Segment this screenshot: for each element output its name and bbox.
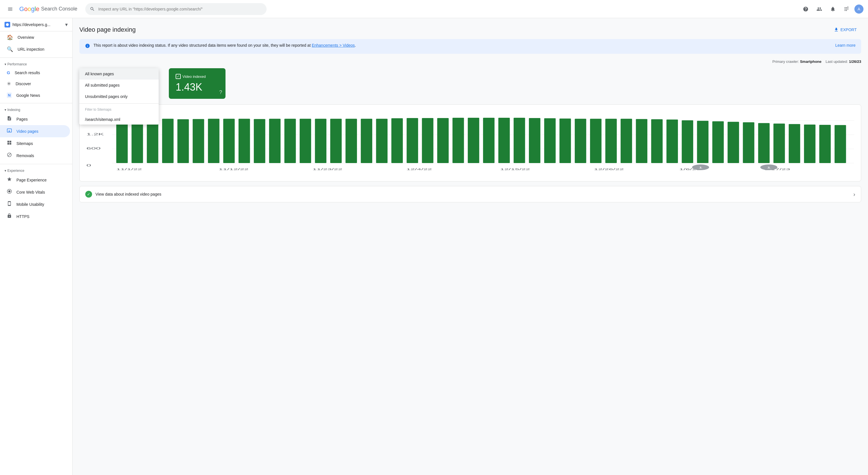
sitemaps-icon	[7, 140, 12, 147]
mobile-icon	[7, 201, 12, 207]
svg-rect-35	[498, 118, 509, 163]
chart-area: 1.8K 1.2K 600 0 11/1/22 11/12/22 11/23/2…	[86, 118, 854, 174]
help-icon[interactable]: ?	[219, 90, 222, 95]
svg-rect-32	[453, 118, 464, 163]
svg-rect-42	[606, 119, 617, 163]
svg-rect-29	[406, 118, 418, 163]
chevron-down-icon: ▾	[4, 169, 6, 173]
enhancements-link[interactable]: Enhancements > Videos	[312, 43, 355, 47]
sidebar-item-label: URL inspection	[18, 47, 44, 52]
dropdown-option-all-submitted[interactable]: All submitted pages	[79, 79, 159, 91]
svg-rect-24	[330, 119, 342, 163]
svg-rect-52	[758, 123, 769, 163]
sidebar-item-sitemaps[interactable]: Sitemaps	[0, 137, 70, 149]
help-button[interactable]	[800, 3, 811, 15]
sidebar-item-overview[interactable]: 🏠 Overview	[0, 31, 70, 43]
apps-button[interactable]	[841, 3, 852, 15]
svg-rect-37	[529, 118, 540, 163]
divider	[0, 58, 72, 58]
sidebar-item-label: Removals	[17, 154, 34, 158]
sidebar-item-google-news[interactable]: N Google News	[0, 90, 70, 101]
avatar[interactable]: A	[855, 4, 864, 13]
svg-rect-41	[590, 119, 601, 163]
learn-more-link[interactable]: Learn more	[835, 43, 856, 47]
svg-rect-46	[666, 120, 678, 163]
share-button[interactable]	[814, 3, 825, 15]
search-icon	[90, 6, 95, 11]
sidebar-item-url-inspection[interactable]: 🔍 URL inspection	[0, 43, 70, 55]
view-data-card[interactable]: ✓ View data about indexed video pages ›	[79, 186, 861, 202]
dropdown-option-unsubmitted[interactable]: Unsubmitted pages only	[79, 91, 159, 102]
chevron-down-icon: ▾	[4, 62, 6, 66]
metric-label: ✓ Video indexed	[176, 74, 219, 79]
checkmark-icon: ✓	[176, 74, 181, 79]
svg-rect-20	[269, 119, 280, 163]
sidebar-item-label: Mobile Usability	[17, 202, 44, 207]
svg-text:11/23/22: 11/23/22	[312, 168, 342, 171]
discover-icon: ✳	[7, 81, 11, 87]
svg-rect-40	[575, 119, 586, 163]
section-performance: ▾ Performance	[0, 60, 72, 67]
svg-rect-18	[239, 119, 250, 163]
svg-rect-27	[376, 119, 388, 163]
dropdown-sitemap-option[interactable]: /search/sitemap.xml	[79, 114, 159, 125]
sidebar-item-label: Search results	[15, 70, 40, 75]
svg-text:1.2K: 1.2K	[86, 133, 104, 136]
sidebar-item-page-experience[interactable]: Page Experience	[0, 174, 70, 186]
notifications-button[interactable]	[827, 3, 839, 15]
sidebar-item-removals[interactable]: Removals	[0, 149, 70, 162]
section-experience: ▾ Experience	[0, 166, 72, 174]
sidebar: https://developers.g... ▾ 🏠 Overview 🔍 U…	[0, 18, 72, 209]
svg-rect-12	[147, 119, 158, 163]
sidebar-item-search-results[interactable]: G Search results	[0, 67, 70, 78]
svg-rect-43	[621, 119, 632, 163]
header-actions: A	[800, 3, 864, 15]
svg-rect-38	[544, 118, 556, 163]
filter-section-label: Filter to Sitemaps	[79, 105, 159, 114]
sidebar-item-video-pages[interactable]: Video pages	[0, 125, 70, 137]
sidebar-item-core-web-vitals[interactable]: Core Web Vitals	[0, 186, 70, 198]
google-logo: Google Search Console	[19, 5, 78, 13]
sidebar-item-label: Video pages	[17, 129, 38, 134]
site-selector[interactable]: https://developers.g... ▾	[0, 18, 72, 31]
view-data-label: View data about indexed video pages	[95, 192, 850, 197]
divider	[0, 103, 72, 103]
news-icon: N	[7, 93, 11, 98]
search-input[interactable]	[98, 7, 262, 11]
pages-icon	[7, 116, 12, 122]
chart-container: Video pages 1.8K 1.2K 600 0	[79, 104, 861, 181]
app-name: Search Console	[41, 6, 78, 12]
sidebar-item-label: Core Web Vitals	[17, 190, 45, 195]
svg-rect-53	[773, 124, 785, 163]
chevron-right-icon: ›	[853, 191, 855, 198]
search-icon: 🔍	[7, 46, 13, 53]
header: Google Search Console	[0, 0, 868, 18]
sidebar-item-mobile-usability[interactable]: Mobile Usability	[0, 198, 70, 209]
dropdown-option-all-known[interactable]: All known pages	[79, 68, 159, 79]
svg-text:12/15/22: 12/15/22	[500, 168, 530, 171]
sidebar-item-pages[interactable]: Pages	[0, 113, 70, 125]
chevron-down-icon: ▾	[65, 22, 68, 28]
download-icon	[834, 27, 839, 32]
filter-dropdown: All known pages All submitted pages Unsu…	[79, 68, 159, 125]
svg-rect-56	[819, 125, 831, 163]
metrics-row: All known pages All submitted pages Unsu…	[79, 68, 861, 99]
svg-rect-33	[468, 118, 479, 163]
svg-rect-50	[727, 122, 739, 163]
svg-rect-21	[284, 119, 296, 163]
svg-rect-45	[651, 119, 662, 163]
svg-text:12/4/22: 12/4/22	[406, 168, 432, 171]
export-button[interactable]: EXPORT	[829, 25, 861, 35]
svg-rect-13	[162, 119, 174, 163]
sidebar-item-discover[interactable]: ✳ Discover	[0, 78, 70, 90]
svg-rect-26	[361, 119, 372, 163]
main-content: Video page indexing EXPORT This report i…	[72, 18, 868, 209]
divider	[0, 164, 72, 164]
svg-text:1: 1	[698, 166, 703, 169]
layout: https://developers.g... ▾ 🏠 Overview 🔍 U…	[0, 18, 868, 209]
divider	[79, 103, 159, 104]
video-pages-icon	[7, 128, 12, 134]
search-bar[interactable]	[85, 3, 267, 15]
metric-card-video-indexed: ✓ Video indexed 1.43K ?	[169, 68, 225, 99]
menu-button[interactable]	[4, 3, 16, 15]
